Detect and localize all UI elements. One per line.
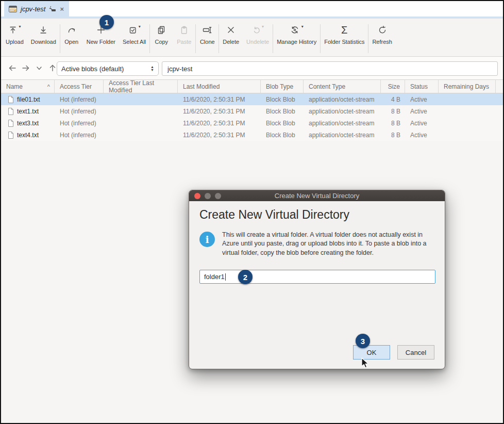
table-row[interactable]: text1.txt Hot (inferred) 11/6/2020, 2:50… [1, 105, 503, 117]
forward-button[interactable] [20, 62, 32, 74]
copy-button[interactable]: Copy [150, 23, 173, 45]
step-badge-1: 1 [99, 15, 114, 29]
undelete-button[interactable]: ▾ Undelete [243, 23, 273, 45]
file-icon [8, 108, 14, 115]
column-header-content-type[interactable]: Content Type [304, 80, 381, 93]
table-row[interactable]: text3.txt Hot (inferred) 11/6/2020, 2:50… [1, 117, 503, 129]
tab-title: jcpv-test [21, 5, 45, 13]
open-button[interactable]: Open [60, 23, 83, 45]
column-header-size[interactable]: Size [381, 80, 405, 93]
copy-icon [157, 25, 166, 35]
upload-icon [8, 25, 18, 35]
history-dropdown-button[interactable] [33, 62, 45, 74]
column-header-status[interactable]: Status [405, 80, 439, 93]
refresh-button[interactable]: Refresh [368, 23, 396, 45]
step-badge-2: 2 [238, 270, 253, 284]
select-all-icon [128, 25, 138, 35]
chevron-down-icon [36, 64, 43, 72]
sigma-icon: Σ [341, 25, 347, 35]
info-icon: i [199, 232, 215, 247]
ok-button[interactable]: OK [353, 345, 390, 360]
tab-close-icon[interactable]: × [60, 5, 64, 13]
sort-ascending-icon: ^ [47, 84, 50, 90]
open-icon [66, 25, 77, 35]
create-virtual-directory-dialog: Create New Virtual Directory Create New … [189, 190, 445, 369]
column-header-filler [496, 80, 503, 93]
dialog-titlebar[interactable]: Create New Virtual Directory [189, 190, 445, 201]
folder-statistics-button[interactable]: Σ Folder Statistics [321, 23, 368, 45]
table-row[interactable]: text4.txt Hot (inferred) 11/6/2020, 2:50… [1, 129, 503, 141]
table-header-row: Name ^ Access Tier Access Tier Last Modi… [1, 80, 503, 93]
download-button[interactable]: Download [27, 23, 60, 45]
blob-view-selector[interactable]: Active blobs (default) ▲▼ [57, 61, 159, 76]
select-stepper-icon: ▲▼ [150, 66, 154, 72]
path-breadcrumb-input[interactable] [162, 61, 498, 76]
clone-icon [202, 25, 212, 35]
paste-icon [179, 25, 189, 35]
download-icon [39, 25, 48, 35]
cancel-button[interactable]: Cancel [397, 345, 434, 360]
delete-icon [226, 25, 236, 35]
column-header-last-modified[interactable]: Last Modified [178, 80, 261, 93]
forward-icon [21, 64, 30, 72]
chevron-down-icon: ▾ [19, 24, 21, 29]
chevron-down-icon: ▾ [262, 24, 264, 29]
column-header-blob-type[interactable]: Blob Type [261, 80, 304, 93]
table-row[interactable]: file01.txt Hot (inferred) 11/6/2020, 2:5… [1, 93, 503, 105]
navigation-bar: Active blobs (default) ▲▼ [1, 57, 503, 80]
chevron-down-icon: ▾ [301, 24, 304, 29]
tab-bar: jcpv-test × [1, 1, 503, 19]
upload-button[interactable]: ▾ Upload [2, 23, 27, 45]
undelete-icon [251, 25, 261, 35]
step-badge-3: 3 [356, 334, 370, 348]
file-icon [8, 96, 14, 103]
main-toolbar: ▾ Upload Download Open New Folder [1, 19, 503, 57]
up-icon [48, 64, 57, 72]
minimize-window-button[interactable] [205, 193, 211, 199]
dialog-titlebar-title: Create New Virtual Directory [189, 192, 445, 200]
file-icon [8, 120, 14, 127]
back-icon [8, 64, 17, 72]
close-window-button[interactable] [194, 193, 200, 199]
traffic-lights [194, 193, 221, 199]
select-all-button[interactable]: ▾ Select All [119, 23, 149, 45]
app-window: jcpv-test × ▾ Upload [0, 0, 504, 424]
paste-button[interactable]: Paste [173, 23, 195, 45]
tab-jcpv-test[interactable]: jcpv-test × [4, 1, 69, 17]
back-button[interactable] [6, 62, 19, 74]
manage-history-icon [290, 25, 300, 35]
blob-table: Name ^ Access Tier Access Tier Last Modi… [1, 80, 503, 141]
dialog-heading: Create New Virtual Directory [199, 208, 434, 222]
zoom-window-button[interactable] [215, 193, 221, 199]
text-caret [225, 273, 226, 281]
column-header-name[interactable]: Name ^ [1, 80, 55, 93]
manage-history-button[interactable]: ▾ Manage History [273, 23, 320, 45]
refresh-icon [378, 25, 387, 35]
clone-button[interactable]: Clone [196, 23, 219, 45]
mouse-cursor [361, 357, 369, 369]
column-header-remaining-days[interactable]: Remaining Days [439, 80, 496, 93]
column-header-access-tier[interactable]: Access Tier [55, 80, 104, 93]
file-icon [8, 132, 14, 139]
dialog-info-text: This will create a virtual folder. A vir… [222, 231, 434, 257]
folder-name-input[interactable]: folder1 [199, 270, 435, 284]
window-icon [9, 6, 17, 12]
delete-button[interactable]: Delete [219, 23, 243, 45]
tab-connection-icon [49, 6, 56, 12]
column-header-access-tier-last-modified[interactable]: Access Tier Last Modified [104, 80, 178, 93]
chevron-down-icon: ▾ [139, 24, 141, 29]
